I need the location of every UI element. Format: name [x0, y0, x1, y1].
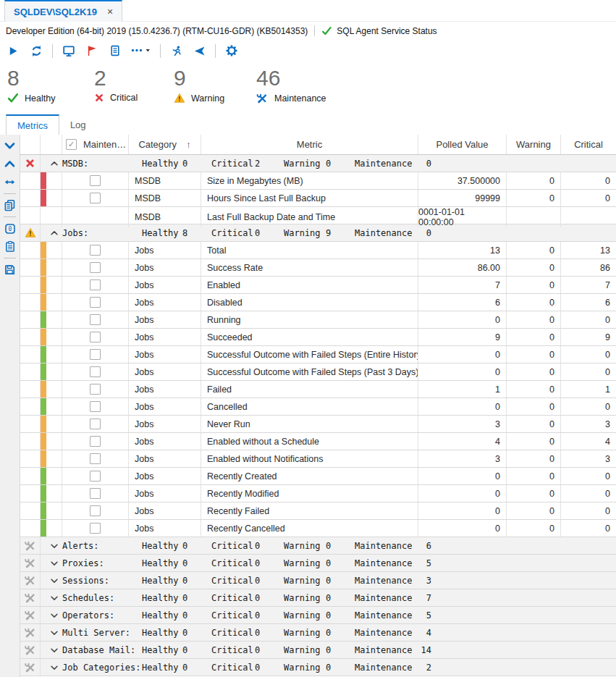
- maintenance-cell: [62, 294, 129, 311]
- category-cell: Jobs: [129, 363, 201, 380]
- maintenance-checkbox[interactable]: [90, 279, 101, 290]
- metric-row[interactable]: MSDBSize in Megabytes (MB)37.50000000: [20, 172, 616, 190]
- metric-row[interactable]: JobsDisabled606: [20, 294, 616, 311]
- settings-button[interactable]: [222, 42, 240, 60]
- category-cell: Jobs: [129, 450, 201, 467]
- send-icon: [193, 45, 206, 57]
- monitor-button[interactable]: [59, 42, 77, 60]
- refresh-button[interactable]: [28, 42, 46, 60]
- tab-close-icon[interactable]: ×: [107, 7, 113, 17]
- metric-row[interactable]: JobsRecently Modified000: [20, 485, 616, 503]
- toggle-zero-values-button[interactable]: 0: [1, 219, 19, 237]
- group-expander[interactable]: [46, 659, 62, 676]
- sidebar-separator: [4, 193, 16, 194]
- maintenance-checkbox[interactable]: [90, 523, 101, 534]
- group-expander[interactable]: [46, 224, 62, 241]
- metric-row[interactable]: JobsRunning000: [20, 311, 616, 329]
- report-button[interactable]: [106, 42, 124, 60]
- group-row[interactable]: Jobs:Healthy8Critical0Warning9Maintenanc…: [20, 224, 616, 242]
- group-row[interactable]: Schedules:Healthy0Critical0Warning0Maint…: [20, 589, 616, 607]
- more-actions-button[interactable]: [129, 42, 153, 60]
- metric-row[interactable]: JobsSucceeded909: [20, 329, 616, 346]
- play-button[interactable]: [4, 42, 22, 60]
- metric-row[interactable]: JobsEnabled707: [20, 277, 616, 294]
- group-row[interactable]: Job Categories:Healthy0Critical0Warning0…: [20, 659, 616, 676]
- maintenance-checkbox[interactable]: [90, 245, 101, 256]
- header-category[interactable]: Category ↑: [129, 135, 201, 154]
- header-critical[interactable]: Critical: [561, 135, 616, 154]
- flag-button[interactable]: [83, 42, 101, 60]
- metric-row[interactable]: JobsNever Run303: [20, 416, 616, 433]
- expand-all-button[interactable]: [1, 137, 19, 155]
- server-tab[interactable]: SQLDEV\SQL2K19 ×: [4, 0, 122, 22]
- collapse-all-button[interactable]: [1, 155, 19, 173]
- metric-row[interactable]: JobsRecently Failed000: [20, 503, 616, 520]
- header-polled-value[interactable]: Polled Value: [418, 135, 507, 154]
- group-expander[interactable]: [46, 589, 62, 606]
- maintenance-checkbox[interactable]: [90, 401, 101, 412]
- maintenance-checkbox[interactable]: [90, 193, 101, 203]
- copy-button[interactable]: [1, 196, 19, 214]
- maintenance-checkbox[interactable]: [90, 505, 101, 516]
- row-gutter: [20, 450, 41, 467]
- group-row[interactable]: Operators:Healthy0Critical0Warning0Maint…: [20, 607, 616, 624]
- metric-row[interactable]: JobsCancelled000: [20, 398, 616, 416]
- group-row[interactable]: Sessions:Healthy0Critical0Warning0Mainte…: [20, 572, 616, 589]
- fit-columns-button[interactable]: [1, 173, 19, 191]
- tab-metrics[interactable]: Metrics: [6, 114, 59, 135]
- maintenance-checkbox[interactable]: [90, 488, 101, 499]
- critical-count: 2: [94, 65, 174, 91]
- expander-spacer: [46, 381, 62, 398]
- metric-row[interactable]: JobsEnabled without Notifications303: [20, 450, 616, 468]
- metric-row[interactable]: JobsSuccessful Outcome with Failed Steps…: [20, 363, 616, 381]
- save-button[interactable]: [1, 261, 19, 279]
- group-expander[interactable]: [46, 642, 62, 658]
- metric-row[interactable]: JobsFailed101: [20, 381, 616, 398]
- maintenance-checkbox[interactable]: [90, 332, 101, 342]
- maintenance-checkbox[interactable]: [90, 314, 101, 325]
- maintenance-checkbox[interactable]: [90, 366, 101, 377]
- maintenance-checkbox[interactable]: [90, 297, 101, 308]
- header-warning[interactable]: Warning: [507, 135, 561, 154]
- group-expander[interactable]: [46, 155, 62, 172]
- group-expander[interactable]: [46, 537, 62, 554]
- metric-row[interactable]: JobsSuccessful Outcome with Failed Steps…: [20, 346, 616, 363]
- clipboard-report-button[interactable]: [1, 237, 19, 256]
- group-expander[interactable]: [46, 572, 62, 589]
- maintenance-checkbox[interactable]: [90, 453, 101, 464]
- group-row[interactable]: MSDB:Healthy0Critical2Warning0Maintenanc…: [20, 155, 616, 172]
- group-warning-count: 0: [326, 645, 355, 655]
- row-gutter: [20, 172, 41, 189]
- group-expander[interactable]: [46, 607, 62, 623]
- metric-row[interactable]: MSDBHours Since Last Full Backup9999900: [20, 190, 616, 207]
- group-row[interactable]: Proxies:Healthy0Critical0Warning0Mainten…: [20, 555, 616, 572]
- metric-row[interactable]: MSDBLast Full Backup Date and Time0001-0…: [20, 207, 616, 224]
- run-now-button[interactable]: [167, 42, 185, 60]
- header-metric[interactable]: Metric: [201, 135, 418, 154]
- group-expander[interactable]: [46, 624, 62, 641]
- maintenance-cell: [62, 190, 129, 206]
- tab-log[interactable]: Log: [59, 114, 97, 135]
- metric-row[interactable]: JobsRecently Cancelled000: [20, 520, 616, 537]
- maintenance-checkbox[interactable]: [90, 262, 101, 273]
- metric-row[interactable]: JobsEnabled without a Schedule404: [20, 433, 616, 450]
- metric-row[interactable]: JobsTotal13013: [20, 242, 616, 259]
- maintenance-checkbox[interactable]: [90, 471, 101, 482]
- maintenance-cell: [62, 503, 129, 519]
- group-row[interactable]: Alerts:Healthy0Critical0Warning0Maintena…: [20, 537, 616, 555]
- notify-button[interactable]: [190, 42, 208, 60]
- group-row[interactable]: Database Mail:Healthy0Critical0Warning0M…: [20, 642, 616, 659]
- metric-row[interactable]: JobsSuccess Rate86.00086: [20, 259, 616, 277]
- group-healthy-count: 0: [182, 159, 211, 169]
- group-row[interactable]: Multi Server:Healthy0Critical0Warning0Ma…: [20, 624, 616, 642]
- maintenance-checkbox[interactable]: [90, 384, 101, 395]
- maintenance-checkbox[interactable]: [90, 419, 101, 429]
- maintenance-checkbox[interactable]: [90, 349, 101, 360]
- metric-row[interactable]: JobsRecently Created000: [20, 468, 616, 485]
- group-expander[interactable]: [46, 555, 62, 571]
- maintenance-checkbox[interactable]: [90, 175, 101, 186]
- maintenance-checkbox[interactable]: [90, 436, 101, 447]
- select-all-maintenance-checkbox[interactable]: ✓: [66, 139, 77, 150]
- polled-value-cell: 0: [418, 311, 507, 328]
- critical-cell: 1: [561, 381, 616, 398]
